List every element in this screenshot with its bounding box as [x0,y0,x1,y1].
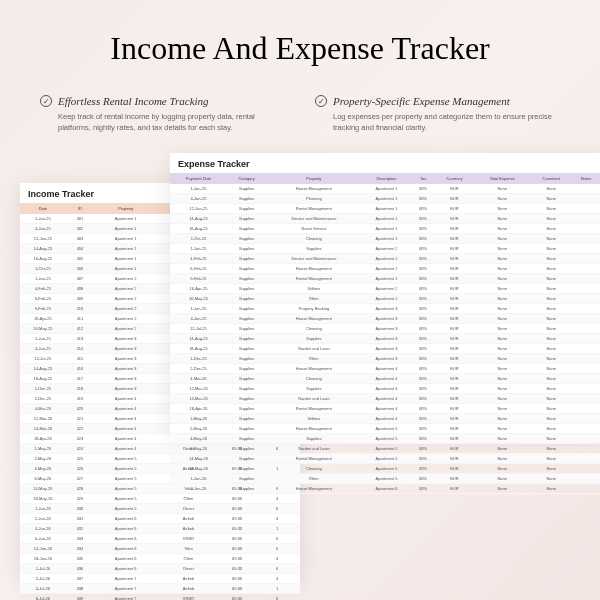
cell: Supplies [227,324,266,334]
table-row: 6-Jul-26439Apartment 7VRBO69.006 [20,594,300,601]
cell: 433 [66,534,95,544]
cell: 416 [66,364,95,374]
cell: Other [266,294,361,304]
cell: 69.00 [220,514,254,524]
feature-2: ✓ Property-Specific Expense Management L… [315,95,560,133]
cell: 430 [66,504,95,514]
feature-2-desc: Log expenses per property and categorize… [315,112,560,133]
table-row: 4-Jul-26438Apartment 7Airbnb69.001 [20,584,300,594]
table-row: 14-Aug-25SuppliesService and Maintenance… [170,214,600,224]
cell: 4-May-26 [170,434,227,444]
cell: 4-Feb-25 [20,284,66,294]
cell: 418 [66,384,95,394]
cell: Supplies [227,464,266,474]
cell: Supplies [227,454,266,464]
cell: EUR [435,484,474,494]
check-icon: ✓ [40,95,52,107]
table-row: 2-May-26SuppliesHouse ManagementApartmen… [170,424,600,434]
cell: Apartment 3 [361,304,411,314]
cell: 69.00 [220,544,254,554]
cell: None [474,214,531,224]
expense-table: Payment DateCategoryPropertyDescriptionT… [170,173,600,494]
cell: 60% [411,274,434,284]
cell: 414 [66,344,95,354]
cell: 411 [66,314,95,324]
cell [572,434,600,444]
expense-sheet-title: Expense Tracker [170,153,600,173]
cell [572,204,600,214]
col-header: Property [266,173,361,184]
cell: EUR [435,434,474,444]
cell: None [531,424,572,434]
table-row: 14-May-26SuppliesRental ManagementApartm… [170,454,600,464]
cell: Supplies [227,194,266,204]
cell: None [474,284,531,294]
cell: EUR [435,454,474,464]
cell: 69.00 [220,524,254,534]
col-header: Category [227,173,266,184]
feature-1-title-text: Effortless Rental Income Tracking [58,95,209,107]
cell: 2-Dec-25 [20,394,66,404]
cell: 60% [411,224,434,234]
cell: 434 [66,544,95,554]
cell [572,424,600,434]
cell: 413 [66,334,95,344]
feature-1: ✓ Effortless Rental Income Tracking Keep… [40,95,285,133]
cell: None [531,404,572,414]
cell: 12-Jan-25 [20,234,66,244]
cell: 60% [411,414,434,424]
cell: House Management [266,264,361,274]
cell: Apartment 2 [94,314,157,324]
cell: 417 [66,374,95,384]
cell: 4 [254,574,300,584]
cell: None [531,264,572,274]
cell: 14-Aug-25 [170,334,227,344]
cell [572,334,600,344]
cell: 425 [66,454,95,464]
cell [572,244,600,254]
cell: 1-Jan-25 [170,184,227,194]
cell: 60% [411,464,434,474]
cell: 1-Dec-25 [170,354,227,364]
cell: 4-Feb-25 [170,254,227,264]
cell: 439 [66,594,95,601]
cell: 1-Dec-25 [20,384,66,394]
check-icon: ✓ [315,95,327,107]
cell: Apartment 5 [361,434,411,444]
table-row: 16-Apr-25SuppliesUtilitiesApartment 260%… [170,284,600,294]
feature-2-title-text: Property-Specific Expense Management [333,95,510,107]
cell: Supplies [227,204,266,214]
page-title: Income And Expense Tracker [40,30,560,67]
cell: None [474,244,531,254]
table-row: 1-May-26SuppliesUtilitiesApartment 460%E… [170,414,600,424]
cell: EUR [435,384,474,394]
cell: EUR [435,204,474,214]
cell: Utilities [266,284,361,294]
cell: None [474,324,531,334]
cell: 6-May-26 [20,474,66,484]
cell: Supplies [227,484,266,494]
cell: None [474,394,531,404]
cell: Apartment 2 [94,274,157,284]
cell: Apartment 2 [94,284,157,294]
table-row: 1-Jun-26430Apartment 5Direct69.006 [20,504,300,514]
cell: 60% [411,324,434,334]
cell: 1-May-26 [20,444,66,454]
cell [572,404,600,414]
cell: 1-May-26 [170,414,227,424]
cell: Supplies [227,254,266,264]
cell: 420 [66,404,95,414]
cell: Airbnb [157,584,220,594]
cell: 1-Jun-26 [20,504,66,514]
cell: 1-Jun-25 [170,304,227,314]
cell: Supplies [227,284,266,294]
cell: 412 [66,324,95,334]
cell: 429 [66,494,95,504]
cell: Supplies [227,224,266,234]
cell: House Management [266,184,361,194]
cell: Supplies [227,264,266,274]
cell [572,344,600,354]
cell: Apartment 3 [94,364,157,374]
cell: 16-May-25 [20,324,66,334]
table-row: 1-Jan-25SuppliesHouse ManagementApartmen… [170,184,600,194]
